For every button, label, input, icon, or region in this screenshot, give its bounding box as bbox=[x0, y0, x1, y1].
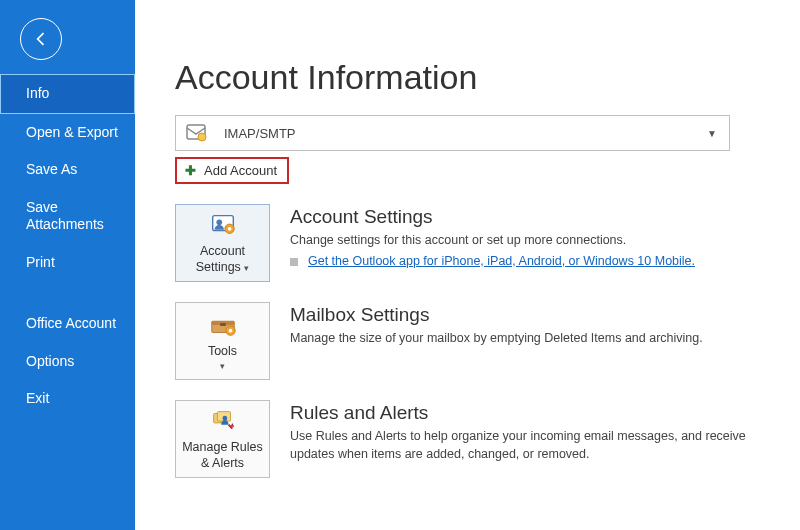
nav-item-options[interactable]: Options bbox=[0, 343, 135, 381]
chevron-down-icon: ▼ bbox=[707, 128, 717, 139]
tools-button[interactable]: Tools ▾ bbox=[175, 302, 270, 380]
mailbox-desc: Manage the size of your mailbox by empty… bbox=[290, 330, 764, 348]
mailbox-heading: Mailbox Settings bbox=[290, 304, 764, 326]
add-account-button[interactable]: ✚ Add Account bbox=[175, 157, 289, 184]
account-selector[interactable]: IMAP/SMTP ▼ bbox=[175, 115, 730, 151]
rules-heading: Rules and Alerts bbox=[290, 402, 764, 424]
svg-point-3 bbox=[216, 220, 222, 226]
svg-point-10 bbox=[228, 328, 232, 332]
svg-point-1 bbox=[198, 133, 206, 141]
dropdown-triangle-icon: ▾ bbox=[244, 263, 249, 273]
account-settings-button[interactable]: Account Settings ▾ bbox=[175, 204, 270, 282]
nav-item-open-export[interactable]: Open & Export bbox=[0, 114, 135, 152]
manage-rules-button-line2: & Alerts bbox=[201, 456, 244, 472]
account-settings-desc: Change settings for this account or set … bbox=[290, 232, 764, 250]
main-content: Account Information IMAP/SMTP ▼ ✚ Add Ac… bbox=[135, 0, 800, 530]
svg-point-13 bbox=[222, 416, 227, 421]
nav-item-save-attachments[interactable]: Save Attachments bbox=[0, 189, 135, 244]
svg-rect-8 bbox=[220, 323, 226, 326]
nav-items: Info Open & Export Save As Save Attachme… bbox=[0, 74, 135, 418]
account-settings-button-line1: Account bbox=[200, 244, 245, 260]
section-account-settings: Account Settings ▾ Account Settings Chan… bbox=[175, 204, 764, 282]
nav-item-print[interactable]: Print bbox=[0, 244, 135, 282]
section-mailbox: Tools ▾ Mailbox Settings Manage the size… bbox=[175, 302, 764, 380]
account-protocol: IMAP/SMTP bbox=[224, 126, 296, 141]
add-account-label: Add Account bbox=[204, 163, 277, 178]
back-arrow-icon bbox=[31, 29, 51, 49]
nav-item-info[interactable]: Info bbox=[0, 74, 135, 114]
plus-icon: ✚ bbox=[185, 163, 196, 178]
account-settings-button-line2: Settings bbox=[196, 260, 241, 274]
manage-rules-button[interactable]: Manage Rules & Alerts bbox=[175, 400, 270, 478]
manage-rules-button-line1: Manage Rules bbox=[182, 440, 263, 456]
dropdown-triangle-icon: ▾ bbox=[220, 361, 225, 372]
rules-icon bbox=[207, 406, 239, 436]
nav-item-office-account[interactable]: Office Account bbox=[0, 305, 135, 343]
sidebar: Info Open & Export Save As Save Attachme… bbox=[0, 0, 135, 530]
svg-point-5 bbox=[227, 227, 231, 231]
account-settings-icon bbox=[207, 210, 239, 240]
section-rules: Manage Rules & Alerts Rules and Alerts U… bbox=[175, 400, 764, 478]
account-icon bbox=[184, 121, 208, 145]
nav-item-exit[interactable]: Exit bbox=[0, 380, 135, 418]
page-title: Account Information bbox=[175, 58, 764, 97]
tools-icon bbox=[207, 310, 239, 340]
rules-desc: Use Rules and Alerts to help organize yo… bbox=[290, 428, 764, 463]
outlook-app-link[interactable]: Get the Outlook app for iPhone, iPad, An… bbox=[308, 254, 695, 268]
back-button[interactable] bbox=[20, 18, 62, 60]
account-settings-heading: Account Settings bbox=[290, 206, 764, 228]
nav-item-save-as[interactable]: Save As bbox=[0, 151, 135, 189]
bullet-icon bbox=[290, 258, 298, 266]
tools-button-label: Tools bbox=[208, 344, 237, 360]
